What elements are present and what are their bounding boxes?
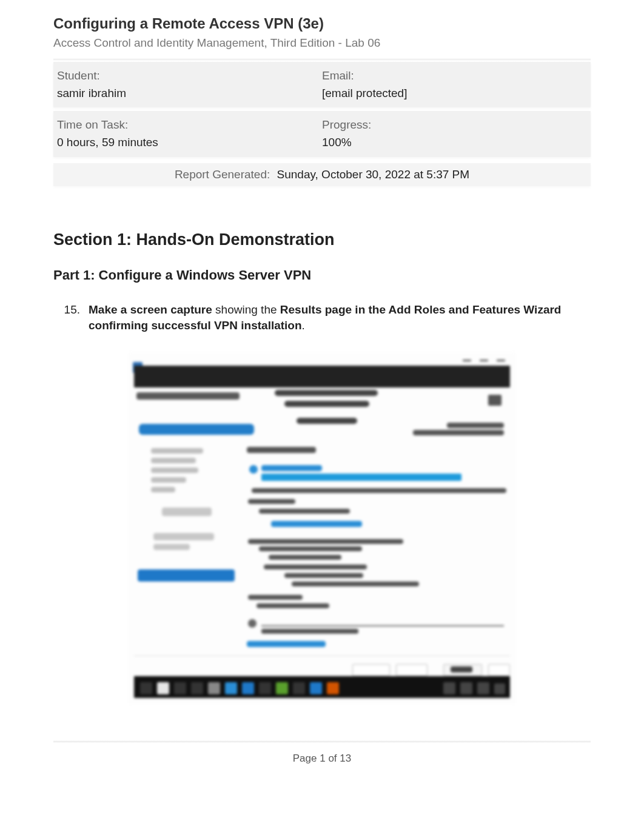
page-number: Page 1 of 13 <box>53 751 591 766</box>
blurred-screenshot <box>128 352 516 704</box>
section-heading: Section 1: Hands-On Demonstration <box>53 229 591 252</box>
time-value: 0 hours, 59 minutes <box>57 135 322 151</box>
step-number: 15. <box>53 302 89 334</box>
header-divider <box>53 58 591 61</box>
footer-divider <box>53 740 591 743</box>
screenshot-container <box>53 352 591 704</box>
report-generated-label: Report Generated: <box>175 168 270 181</box>
document-title: Configuring a Remote Access VPN (3e) <box>53 13 591 34</box>
step-bold1: Make a screen capture <box>89 303 212 316</box>
progress-label: Progress: <box>322 117 587 133</box>
step-text: Make a screen capture showing the Result… <box>89 302 591 334</box>
step-item: 15. Make a screen capture showing the Re… <box>53 302 591 334</box>
student-value: samir ibrahim <box>57 86 322 102</box>
document-subtitle: Access Control and Identity Management, … <box>53 35 591 52</box>
report-generated-row: Report Generated: Sunday, October 30, 20… <box>53 163 591 187</box>
student-info-block: Student: samir ibrahim Email: [email pro… <box>53 62 591 107</box>
step-middle: showing the <box>212 303 280 316</box>
time-info-block: Time on Task: 0 hours, 59 minutes Progre… <box>53 111 591 156</box>
part-heading: Part 1: Configure a Windows Server VPN <box>53 266 591 285</box>
email-label: Email: <box>322 68 587 84</box>
report-generated-value: Sunday, October 30, 2022 at 5:37 PM <box>277 168 470 181</box>
student-label: Student: <box>57 68 322 84</box>
progress-value: 100% <box>322 135 587 151</box>
step-end: . <box>302 319 305 332</box>
document-page: Configuring a Remote Access VPN (3e) Acc… <box>0 0 644 784</box>
email-value: [email protected] <box>322 86 587 102</box>
time-label: Time on Task: <box>57 117 322 133</box>
